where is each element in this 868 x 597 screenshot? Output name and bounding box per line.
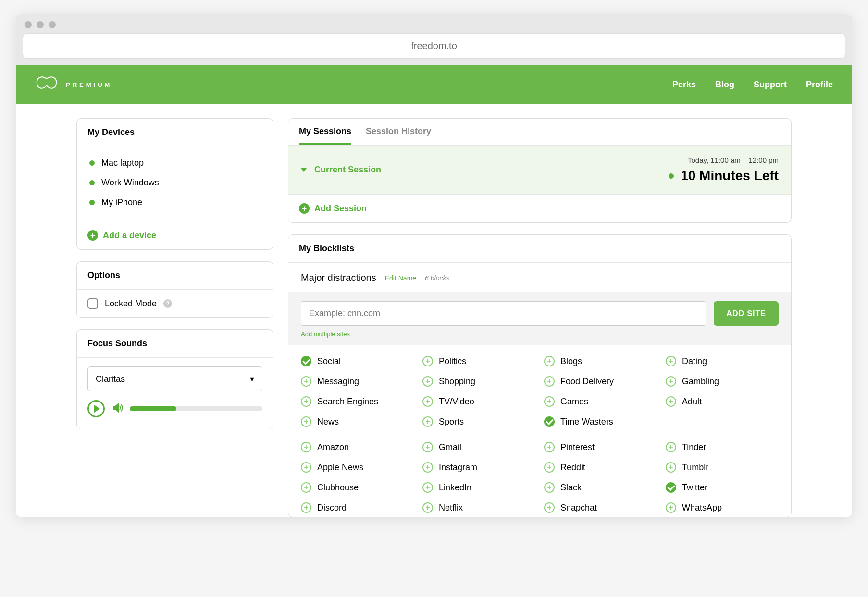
play-button[interactable]: [87, 400, 105, 417]
check-icon: [666, 482, 676, 493]
category-label: Dating: [682, 356, 707, 366]
add-session-button[interactable]: + Add Session: [299, 203, 367, 214]
category-item[interactable]: +Gambling: [666, 374, 779, 389]
options-title: Options: [77, 262, 273, 290]
plus-icon: +: [87, 230, 98, 241]
plus-outline-icon: +: [666, 462, 676, 473]
site-item[interactable]: +Netflix: [422, 500, 535, 515]
sites-grid: +Amazon+Gmail+Pinterest+Tinder+Apple New…: [301, 440, 779, 515]
top-nav: Perks Blog Support Profile: [672, 80, 833, 90]
device-row[interactable]: My iPhone: [87, 193, 262, 212]
category-item[interactable]: Social: [301, 354, 414, 368]
add-multiple-link[interactable]: Add multiple sites: [301, 330, 350, 338]
nav-blog[interactable]: Blog: [715, 80, 734, 90]
focus-sounds-card: Focus Sounds Claritas ▾: [76, 329, 273, 429]
site-label: Clubhouse: [317, 483, 359, 493]
block-count: 6 blocks: [425, 274, 449, 282]
nav-perks[interactable]: Perks: [672, 80, 696, 90]
site-label: Instagram: [439, 463, 477, 473]
plus-outline-icon: +: [422, 356, 433, 366]
devices-title: My Devices: [77, 119, 273, 146]
options-card: Options Locked Mode ?: [76, 261, 273, 318]
volume-slider[interactable]: [130, 406, 262, 411]
category-item[interactable]: +News: [301, 414, 414, 429]
site-label: Tumblr: [682, 463, 708, 473]
category-item[interactable]: +Messaging: [301, 374, 414, 389]
play-icon: [94, 405, 100, 413]
site-input[interactable]: [301, 301, 706, 326]
category-item[interactable]: +Politics: [422, 354, 535, 368]
site-item[interactable]: +Tinder: [666, 440, 779, 454]
category-item[interactable]: +Sports: [422, 414, 535, 429]
address-bar[interactable]: freedom.to: [23, 33, 845, 59]
check-icon: [544, 416, 555, 427]
plus-outline-icon: +: [544, 396, 555, 407]
category-item[interactable]: +Food Delivery: [544, 374, 657, 389]
add-device-label: Add a device: [103, 231, 156, 241]
session-schedule: Today, 11:00 am – 12:00 pm: [669, 156, 779, 164]
site-item[interactable]: +Amazon: [301, 440, 414, 454]
site-item[interactable]: +Instagram: [422, 460, 535, 475]
plus-outline-icon: +: [301, 502, 311, 513]
status-dot-icon: [89, 200, 95, 205]
plus-outline-icon: +: [422, 376, 433, 387]
site-item[interactable]: +Snapchat: [544, 500, 657, 515]
traffic-minimize-icon[interactable]: [37, 21, 44, 28]
category-item[interactable]: +Blogs: [544, 354, 657, 368]
site-item[interactable]: +Reddit: [544, 460, 657, 475]
nav-support[interactable]: Support: [754, 80, 787, 90]
add-site-button[interactable]: ADD SITE: [714, 301, 779, 326]
sound-select[interactable]: Claritas ▾: [87, 366, 262, 391]
edit-name-link[interactable]: Edit Name: [385, 274, 416, 282]
check-icon: [301, 356, 311, 366]
site-item[interactable]: +Pinterest: [544, 440, 657, 454]
butterfly-logo-icon: [35, 76, 58, 93]
category-item[interactable]: +Adult: [666, 394, 779, 409]
site-label: Twitter: [682, 483, 707, 493]
plus-outline-icon: +: [301, 416, 311, 427]
traffic-close-icon[interactable]: [25, 21, 32, 28]
site-item[interactable]: +Gmail: [422, 440, 535, 454]
site-item[interactable]: +Tumblr: [666, 460, 779, 475]
category-label: Messaging: [317, 377, 359, 387]
status-dot-icon: [89, 160, 95, 166]
site-item[interactable]: +Slack: [544, 480, 657, 495]
volume-icon[interactable]: [112, 402, 123, 415]
category-item[interactable]: Time Wasters: [544, 414, 657, 429]
category-item[interactable]: +Games: [544, 394, 657, 409]
current-session-row[interactable]: Current Session Today, 11:00 am – 12:00 …: [288, 146, 791, 194]
main-content: My Devices Mac laptopWork WindowsMy iPho…: [16, 104, 852, 517]
add-device-button[interactable]: + Add a device: [87, 230, 156, 241]
category-item[interactable]: +TV/Video: [422, 394, 535, 409]
sessions-card: My Sessions Session History Current Sess…: [288, 118, 792, 223]
site-item[interactable]: +LinkedIn: [422, 480, 535, 495]
device-row[interactable]: Work Windows: [87, 173, 262, 193]
site-item[interactable]: Twitter: [666, 480, 779, 495]
devices-card: My Devices Mac laptopWork WindowsMy iPho…: [76, 118, 273, 250]
plus-outline-icon: +: [544, 356, 555, 366]
site-label: Snapchat: [560, 503, 597, 513]
site-label: Slack: [560, 483, 582, 493]
status-dot-icon: [89, 180, 95, 185]
site-item[interactable]: +WhatsApp: [666, 500, 779, 515]
sound-selected-label: Claritas: [96, 374, 125, 384]
locked-mode-checkbox[interactable]: [87, 298, 98, 309]
help-icon[interactable]: ?: [163, 299, 172, 308]
site-item[interactable]: +Apple News: [301, 460, 414, 475]
blocklists-title: My Blocklists: [288, 235, 791, 263]
site-item[interactable]: +Discord: [301, 500, 414, 515]
category-item[interactable]: +Shopping: [422, 374, 535, 389]
device-row[interactable]: Mac laptop: [87, 153, 262, 173]
category-item[interactable]: +Search Engines: [301, 394, 414, 409]
plus-outline-icon: +: [301, 482, 311, 493]
plus-outline-icon: +: [422, 442, 433, 452]
site-item[interactable]: +Clubhouse: [301, 480, 414, 495]
traffic-zoom-icon[interactable]: [49, 21, 56, 28]
tab-my-sessions[interactable]: My Sessions: [299, 126, 351, 145]
nav-profile[interactable]: Profile: [806, 80, 833, 90]
categories-grid: Social+Politics+Blogs+Dating+Messaging+S…: [301, 354, 779, 429]
category-item[interactable]: +Dating: [666, 354, 779, 368]
address-bar-text: freedom.to: [411, 40, 457, 51]
add-session-label: Add Session: [314, 204, 367, 214]
tab-session-history[interactable]: Session History: [366, 126, 431, 145]
